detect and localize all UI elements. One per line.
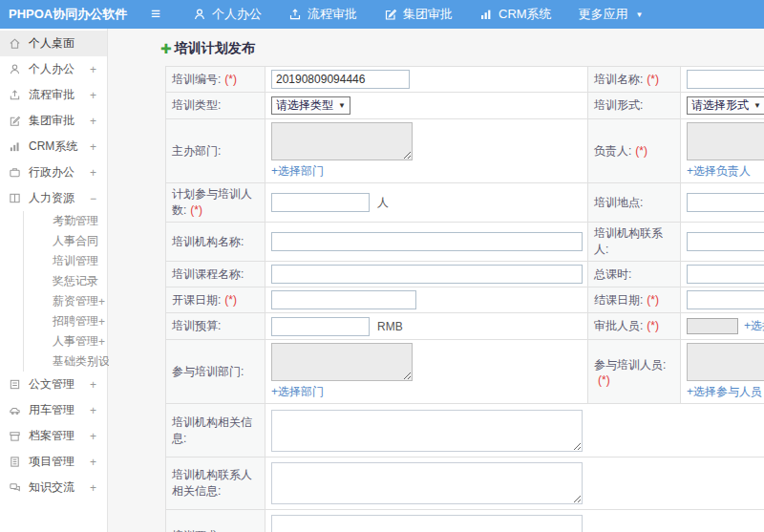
topnav-personal-office[interactable]: 个人办公	[180, 0, 275, 29]
topnav-group-approval[interactable]: 集团审批	[371, 0, 466, 29]
form-row-dates: 开课日期:(*) 结课日期:(*)	[166, 287, 764, 313]
sidebar-item-workflow-approval[interactable]: 流程审批 +	[0, 82, 107, 108]
training-formtype-select[interactable]: 请选择形式 ▼	[687, 96, 764, 115]
home-icon	[9, 37, 22, 51]
form-row-budget-approver: 培训预算: RMB 审批人员:(*) +选择审批人员	[166, 313, 764, 340]
expand-plus-icon[interactable]: +	[90, 430, 96, 443]
book-icon	[9, 192, 22, 205]
select-join-dept-link[interactable]: +选择部门	[271, 384, 324, 400]
approver-input[interactable]	[687, 318, 738, 334]
form-row-course-hours: 培训课程名称: 总课时:	[166, 262, 764, 287]
expand-plus-icon[interactable]: +	[90, 89, 96, 102]
sidebar-item-hr[interactable]: 人力资源 −	[0, 185, 107, 211]
join-dept-textarea[interactable]	[271, 343, 413, 381]
org-info-textarea[interactable]	[271, 410, 583, 452]
sidebar-item-archive-mgmt[interactable]: 档案管理 +	[0, 423, 107, 449]
expand-plus-icon[interactable]: +	[98, 315, 105, 329]
sidebar-item-label: 流程审批	[29, 87, 74, 103]
select-join-member-link[interactable]: +选择参与人员	[687, 384, 762, 400]
org-contact-info-textarea[interactable]	[271, 462, 583, 504]
sidebar-item-label: 档案管理	[29, 428, 74, 444]
topnav-more-apps[interactable]: 更多应用 ▼	[565, 0, 657, 29]
leader-label: 负责人:(*)	[588, 119, 681, 183]
training-name-label: 培训名称:(*)	[588, 67, 681, 93]
form-row-orgname-orgcontact: 培训机构名称: 培训机构联系人:	[166, 223, 764, 262]
required-mark: (*)	[647, 73, 659, 86]
expand-plus-icon[interactable]: +	[90, 140, 96, 154]
training-number-input[interactable]	[271, 70, 410, 89]
sidebar-item-vehicle-mgmt[interactable]: 用车管理 +	[0, 397, 107, 423]
course-name-input[interactable]	[271, 265, 583, 284]
expand-plus-icon[interactable]: +	[90, 481, 96, 495]
sidebar-subitem-recruit[interactable]: 招聘管理+	[24, 311, 107, 331]
sidebar-subitem-training[interactable]: 培训管理	[24, 251, 107, 271]
hamburger-menu-icon[interactable]: ≡	[139, 0, 172, 29]
location-input[interactable]	[687, 193, 764, 212]
select-leader-link[interactable]: +选择负责人	[687, 163, 751, 180]
total-hours-input[interactable]	[687, 265, 764, 284]
end-date-input[interactable]	[687, 290, 764, 309]
expand-plus-icon[interactable]: +	[98, 335, 105, 349]
start-date-label: 开课日期:(*)	[166, 287, 265, 313]
expand-plus-icon[interactable]: +	[90, 456, 96, 469]
workflow-icon	[288, 8, 302, 21]
topnav-label: 更多应用	[579, 6, 628, 23]
sidebar-subitem-base-category[interactable]: 基础类别设置+	[24, 351, 107, 372]
requirements-textarea[interactable]	[271, 515, 583, 532]
sidebar-subitem-salary[interactable]: 薪资管理+	[24, 291, 107, 311]
planned-count-label: 计划参与培训人数:(*)	[166, 183, 265, 223]
expand-plus-icon[interactable]: +	[90, 166, 96, 180]
expand-plus-icon[interactable]: +	[90, 63, 96, 76]
archive-icon	[9, 430, 22, 443]
collapse-minus-icon[interactable]: −	[90, 192, 96, 205]
sidebar-item-label: CRM系统	[29, 138, 77, 155]
green-plus-icon: ✚	[160, 41, 172, 56]
required-mark: (*)	[598, 373, 610, 387]
select-approver-link[interactable]: +选择审批人员	[744, 318, 764, 334]
training-name-input[interactable]	[687, 70, 764, 89]
expand-plus-icon[interactable]: +	[90, 378, 96, 392]
sidebar-item-admin-office[interactable]: 行政办公 +	[0, 160, 107, 185]
topnav-label: 个人办公	[212, 6, 262, 23]
expand-plus-icon[interactable]: +	[98, 295, 105, 309]
join-member-textarea[interactable]	[687, 343, 764, 381]
sidebar-item-group-approval[interactable]: 集团审批 +	[0, 108, 107, 134]
sidebar-subitem-personnel[interactable]: 人事管理+	[24, 331, 107, 351]
training-plan-form: 培训编号:(*) 培训名称:(*) 培训类型: 请选择类型 ▼ 培训形式: 请选…	[165, 66, 764, 532]
host-dept-textarea[interactable]	[271, 122, 413, 160]
training-formtype-label: 培训形式:	[588, 93, 681, 119]
budget-input[interactable]	[271, 317, 370, 336]
org-contact-input[interactable]	[687, 232, 764, 251]
required-mark: (*)	[224, 293, 237, 307]
topnav-crm-system[interactable]: CRM系统	[466, 0, 565, 29]
topnav-label: 流程审批	[308, 6, 357, 23]
topnav-label: CRM系统	[499, 6, 552, 23]
sidebar-item-knowledge-exchange[interactable]: 知识交流 +	[0, 475, 107, 500]
training-type-select[interactable]: 请选择类型 ▼	[271, 96, 350, 115]
sidebar-item-label: 行政办公	[29, 164, 74, 181]
end-date-label: 结课日期:(*)	[588, 287, 681, 313]
leader-textarea[interactable]	[687, 122, 764, 160]
topnav-workflow-approval[interactable]: 流程审批	[275, 0, 371, 29]
select-dept-link[interactable]: +选择部门	[271, 163, 324, 180]
sidebar-item-personal-office[interactable]: 个人办公 +	[0, 56, 107, 82]
start-date-input[interactable]	[271, 290, 416, 309]
sidebar-hr-subgroup: 考勤管理 人事合同 培训管理 奖惩记录 薪资管理+ 招聘管理+ 人事管理+ 基础…	[23, 211, 107, 372]
sidebar-item-personal-desktop[interactable]: 个人桌面	[0, 31, 107, 56]
sidebar-item-document-mgmt[interactable]: 公文管理 +	[0, 372, 107, 397]
expand-plus-icon[interactable]: +	[90, 115, 96, 128]
requirements-label: 培训要求:	[166, 510, 265, 532]
sidebar-item-crm-system[interactable]: CRM系统 +	[0, 134, 107, 160]
planned-count-input[interactable]	[271, 193, 370, 212]
user-icon	[193, 8, 206, 21]
sidebar-subitem-reward-punish[interactable]: 奖惩记录	[24, 271, 107, 291]
sidebar-subitem-hr-contract[interactable]: 人事合同	[24, 231, 107, 251]
expand-plus-icon[interactable]: +	[90, 404, 96, 417]
sidebar: 个人桌面 个人办公 + 流程审批 + 集团审批 + CRM系统 + 行政办公 +	[0, 29, 108, 532]
budget-label: 培训预算:	[166, 313, 265, 340]
sidebar-subitem-attendance[interactable]: 考勤管理	[24, 211, 107, 231]
sidebar-item-project-mgmt[interactable]: 项目管理 +	[0, 449, 107, 475]
org-name-input[interactable]	[271, 232, 583, 251]
sidebar-subitem-label: 招聘管理	[53, 313, 98, 330]
select-value: 请选择形式	[691, 97, 749, 114]
